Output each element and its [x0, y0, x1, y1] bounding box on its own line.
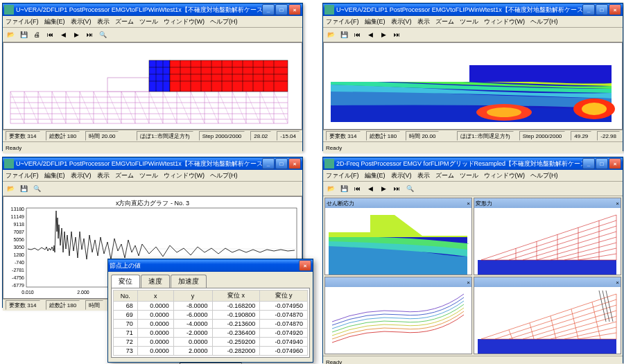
tool-first-icon[interactable]: ⏮ [44, 28, 56, 41]
minimize-button[interactable]: _ [262, 158, 275, 169]
close-button[interactable]: × [288, 4, 301, 15]
menu-view[interactable]: 表示(V) [391, 17, 412, 26]
menu-window[interactable]: ウィンドウ(W) [164, 17, 205, 26]
tool-prev-icon[interactable]: ◀ [364, 28, 376, 41]
minimize-button[interactable]: _ [582, 158, 595, 169]
tab-displacement[interactable]: 変位 [111, 275, 140, 288]
titlebar[interactable]: U~VERA/2DFLIP1 PostProcessor EMGVtoFLIPW… [3, 3, 302, 16]
tool-zoom-icon[interactable]: 🔍 [96, 28, 109, 41]
menu-zoom[interactable]: ズーム [115, 171, 134, 180]
maximize-button[interactable]: □ [275, 158, 288, 169]
svg-line-110 [509, 305, 616, 339]
menu-tool[interactable]: ツール [139, 17, 158, 26]
svg-line-36 [163, 92, 177, 123]
svg-line-95 [495, 220, 616, 260]
titlebar[interactable]: U~VERA/2DFLIP1 PostProcessor EMGVtoFLIPW… [3, 157, 302, 170]
minimize-button[interactable]: _ [582, 4, 595, 15]
titlebar[interactable]: 2D-Freq PostProcessor EMGV forFLIPMグリッドR… [323, 157, 623, 170]
svg-text:1280: 1280 [13, 252, 24, 257]
menu-tool[interactable]: ツール [460, 171, 478, 180]
maximize-button[interactable]: □ [596, 158, 608, 169]
tool-next-icon[interactable]: ▶ [70, 28, 83, 41]
table-row[interactable]: 700.0000-4.0000-0.213600-0.074870 [114, 320, 308, 329]
tool-zoom-icon[interactable]: 🔍 [31, 182, 43, 195]
menu-file[interactable]: ファイル(F) [326, 17, 359, 26]
menu-disp[interactable]: 表示 [417, 171, 430, 180]
tool-next-icon[interactable]: ▶ [377, 28, 390, 41]
tool-first-icon[interactable]: ⏮ [351, 182, 363, 195]
minimize-button[interactable]: _ [262, 4, 275, 15]
menu-view[interactable]: 表示(V) [391, 171, 412, 180]
tool-open-icon[interactable]: 📂 [4, 28, 17, 41]
menu-help[interactable]: ヘルプ(H) [210, 171, 238, 180]
menu-file[interactable]: ファイル(F) [6, 17, 39, 26]
menu-disp[interactable]: 表示 [97, 171, 110, 180]
close-button[interactable]: × [609, 4, 621, 15]
menu-disp[interactable]: 表示 [417, 17, 430, 26]
menu-view[interactable]: 表示(V) [71, 171, 92, 180]
table-row[interactable]: 710.0000-2.0000-0.236400-0.074920 [114, 329, 308, 338]
close-button[interactable]: × [288, 158, 301, 169]
menu-view[interactable]: 表示(V) [71, 17, 92, 26]
tab-velocity[interactable]: 速度 [141, 275, 170, 288]
table-row[interactable]: 730.00002.0000-0.282000-0.074960 [114, 347, 308, 356]
tool-open-icon[interactable]: 📂 [324, 28, 337, 41]
tool-save-icon[interactable]: 💾 [338, 182, 350, 195]
menu-tool[interactable]: ツール [460, 17, 478, 26]
menu-zoom[interactable]: ズーム [115, 17, 134, 26]
tool-open-icon[interactable]: 📂 [324, 182, 337, 195]
menu-window[interactable]: ウィンドウ(W) [164, 171, 205, 180]
tool-prev-icon[interactable]: ◀ [364, 182, 376, 195]
table-row[interactable]: 690.0000-6.0000-0.190800-0.074870 [114, 311, 308, 320]
menu-help[interactable]: ヘルプ(H) [530, 17, 558, 26]
menu-edit[interactable]: 編集(E) [44, 17, 65, 26]
close-button[interactable]: × [609, 158, 621, 169]
menu-edit[interactable]: 編集(E) [365, 17, 385, 26]
tool-save-icon[interactable]: 💾 [17, 182, 30, 195]
maximize-button[interactable]: □ [275, 4, 288, 15]
tool-save-icon[interactable]: 💾 [338, 28, 350, 41]
svg-point-68 [487, 107, 521, 117]
svg-line-28 [52, 92, 66, 123]
tool-last-icon[interactable]: ⏭ [83, 28, 96, 41]
tool-last-icon[interactable]: ⏭ [390, 182, 403, 195]
quad-pane-shear[interactable]: せん断応力× [324, 198, 472, 275]
quad-pane-contour[interactable]: × [324, 277, 472, 354]
dialog-footer: 20.000 [108, 361, 313, 364]
maximize-button[interactable]: □ [596, 4, 608, 15]
close-button[interactable]: × [299, 260, 311, 271]
menu-help[interactable]: ヘルプ(H) [210, 17, 238, 26]
tool-print-icon[interactable]: 🖨 [31, 28, 43, 41]
menu-window[interactable]: ウィンドウ(W) [484, 171, 526, 180]
quad-pane-mesh[interactable]: × [474, 277, 621, 354]
titlebar[interactable]: U~VERA/2DFLIP1 PostProcessor EMGVtoFLIPW… [323, 3, 623, 16]
contour-canvas[interactable] [323, 42, 623, 130]
menu-disp[interactable]: 表示 [97, 17, 110, 26]
pane-close-icon[interactable]: × [467, 200, 470, 207]
tool-save-icon[interactable]: 💾 [17, 28, 30, 41]
menu-zoom[interactable]: ズーム [435, 17, 454, 26]
table-row[interactable]: 680.0000-8.0000-0.168200-0.074950 [114, 302, 308, 311]
menu-file[interactable]: ファイル(F) [6, 171, 39, 180]
dialog-titlebar[interactable]: 節点上の値 × [108, 259, 313, 272]
quad-pane-deform[interactable]: 変形力× [474, 198, 621, 275]
tool-next-icon[interactable]: ▶ [377, 182, 390, 195]
menu-edit[interactable]: 編集(E) [365, 171, 385, 180]
tool-last-icon[interactable]: ⏭ [390, 28, 403, 41]
menu-edit[interactable]: 編集(E) [44, 171, 65, 180]
tool-zoom-icon[interactable]: 🔍 [404, 182, 416, 195]
table-row[interactable]: 720.00000.0000-0.259200-0.074940 [114, 338, 308, 347]
menu-zoom[interactable]: ズーム [435, 171, 454, 180]
menu-file[interactable]: ファイル(F) [326, 171, 359, 180]
pane-close-icon[interactable]: × [616, 200, 619, 207]
menu-window[interactable]: ウィンドウ(W) [484, 17, 526, 26]
mesh-canvas[interactable] [3, 42, 302, 130]
tool-first-icon[interactable]: ⏮ [351, 28, 363, 41]
tool-open-icon[interactable]: 📂 [4, 182, 17, 195]
pane-close-icon[interactable]: × [616, 279, 619, 286]
pane-close-icon[interactable]: × [467, 279, 470, 286]
menu-help[interactable]: ヘルプ(H) [530, 171, 558, 180]
menu-tool[interactable]: ツール [139, 171, 158, 180]
tab-acceleration[interactable]: 加速度 [171, 275, 207, 288]
tool-prev-icon[interactable]: ◀ [57, 28, 69, 41]
